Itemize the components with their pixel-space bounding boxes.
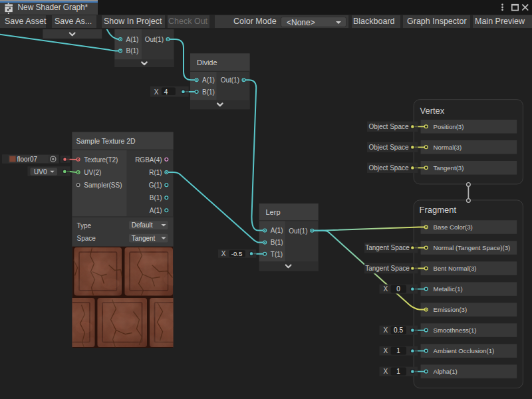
svg-text:Type: Type <box>77 222 92 229</box>
svg-text:Default: Default <box>132 221 153 229</box>
svg-text:A(1): A(1) <box>126 36 139 43</box>
svg-text:Bent Normal(3): Bent Normal(3) <box>434 265 477 272</box>
svg-text:1: 1 <box>396 368 400 375</box>
svg-text:Normal (Tangent Space)(3): Normal (Tangent Space)(3) <box>434 244 511 251</box>
svg-text:Metallic(1): Metallic(1) <box>434 285 463 293</box>
svg-text:UV0: UV0 <box>34 168 47 176</box>
svg-text:A(1): A(1) <box>271 227 283 234</box>
svg-text:Object Space: Object Space <box>368 123 408 130</box>
svg-text:X: X <box>384 327 388 334</box>
svg-text:X: X <box>221 250 226 257</box>
svg-text:A(1): A(1) <box>202 76 215 84</box>
svg-text:Vertex: Vertex <box>420 106 445 116</box>
svg-text:Out(1): Out(1) <box>221 76 239 84</box>
svg-text:B(1): B(1) <box>202 88 215 96</box>
svg-text:R(1): R(1) <box>149 169 162 176</box>
svg-text:A(1): A(1) <box>150 207 162 214</box>
svg-text:Sample Texture 2D: Sample Texture 2D <box>76 137 136 145</box>
svg-text:B(1): B(1) <box>271 239 283 246</box>
svg-text:Out(1): Out(1) <box>145 36 164 43</box>
svg-text:Divide: Divide <box>197 59 217 66</box>
svg-text:Sampler(SS): Sampler(SS) <box>84 182 122 189</box>
svg-text:Fragment: Fragment <box>420 205 457 215</box>
svg-text:UV(2): UV(2) <box>84 169 101 176</box>
svg-text:-0.5: -0.5 <box>231 250 242 257</box>
svg-text:X: X <box>154 88 159 96</box>
svg-text:Tangent(3): Tangent(3) <box>434 164 464 172</box>
svg-text:4: 4 <box>164 88 168 96</box>
svg-text:Lerp: Lerp <box>266 208 281 216</box>
svg-text:0: 0 <box>396 285 400 293</box>
svg-text:floor07: floor07 <box>17 156 38 163</box>
svg-text:B(1): B(1) <box>150 194 162 201</box>
svg-text:1: 1 <box>396 347 400 354</box>
svg-text:Tangent: Tangent <box>132 235 156 242</box>
svg-text:Tangent Space: Tangent Space <box>365 265 410 272</box>
svg-text:Out(1): Out(1) <box>289 227 307 235</box>
svg-text:Object Space: Object Space <box>368 164 408 172</box>
svg-text:X: X <box>384 347 388 354</box>
svg-text:Position(3): Position(3) <box>434 123 464 130</box>
svg-text:Object Space: Object Space <box>368 144 408 151</box>
svg-text:RGBA(4): RGBA(4) <box>135 156 162 164</box>
svg-text:Texture(T2): Texture(T2) <box>84 156 118 164</box>
svg-text:Smoothness(1): Smoothness(1) <box>434 327 477 334</box>
svg-text:X: X <box>384 285 388 293</box>
svg-text:T(1): T(1) <box>271 251 283 258</box>
svg-text:Tangent Space: Tangent Space <box>365 244 410 251</box>
svg-text:X: X <box>384 368 388 375</box>
svg-text:Ambient Occlusion(1): Ambient Occlusion(1) <box>434 347 495 354</box>
svg-text:Space: Space <box>77 235 96 242</box>
svg-text:Base Color(3): Base Color(3) <box>434 223 473 231</box>
svg-text:Alpha(1): Alpha(1) <box>434 368 458 375</box>
svg-text:B(1): B(1) <box>126 47 139 55</box>
svg-text:Emission(3): Emission(3) <box>434 306 467 313</box>
svg-text:0.5: 0.5 <box>394 327 403 334</box>
svg-text:Normal(3): Normal(3) <box>434 144 462 151</box>
svg-text:G(1): G(1) <box>149 182 162 189</box>
